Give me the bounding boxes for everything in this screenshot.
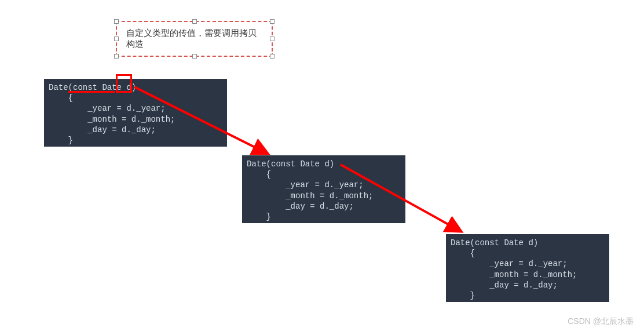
watermark: CSDN @北辰水墨 [568,316,634,327]
watermark-text: CSDN @北辰水墨 [568,316,634,326]
code-block-a: Date(const Date d) { _year = d._year; _m… [44,79,227,147]
code-block-c: Date(const Date d) { _year = d._year; _m… [446,234,609,302]
underline-annotation [68,91,115,93]
callout-text: 自定义类型的传值，需要调用拷贝构造 [126,28,257,49]
handle-icon[interactable] [270,37,275,41]
handle-icon[interactable] [192,54,197,59]
code-block-b: Date(const Date d) { _year = d._year; _m… [242,155,405,223]
handle-icon[interactable] [114,37,119,41]
handle-icon[interactable] [114,54,119,59]
handle-icon[interactable] [270,19,275,24]
callout-box[interactable]: 自定义类型的传值，需要调用拷贝构造 [116,21,273,57]
handle-icon[interactable] [192,19,197,24]
handle-icon[interactable] [270,54,275,59]
handle-icon[interactable] [114,19,119,24]
highlight-box [116,74,132,93]
